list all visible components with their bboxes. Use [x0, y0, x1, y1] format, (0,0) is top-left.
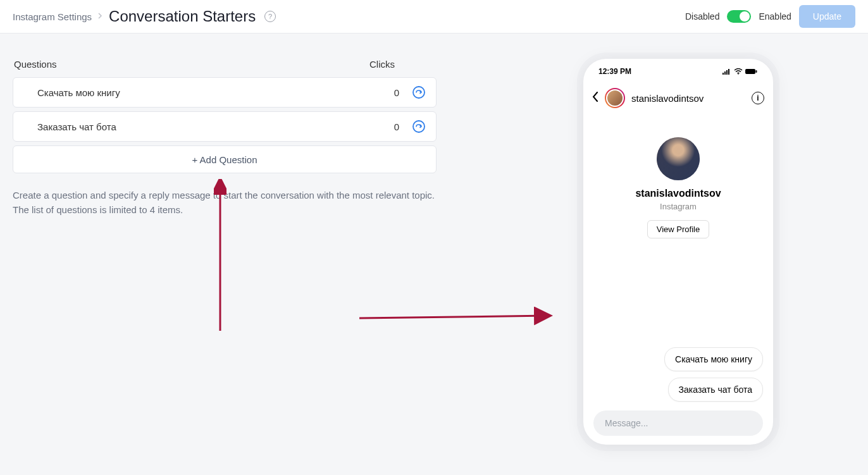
status-icons	[722, 68, 758, 75]
profile-username: stanislavodintsov	[635, 188, 721, 199]
avatar-story-ring[interactable]	[605, 88, 625, 108]
breadcrumb-link[interactable]: Instagram Settings	[13, 11, 92, 22]
question-row-right: 0	[390, 120, 426, 133]
starter-bubbles: Скачать мою книгу Заказать чат бота	[664, 347, 763, 402]
page-header: Instagram Settings Conversation Starters…	[0, 0, 868, 34]
reply-icon[interactable]	[412, 85, 426, 99]
questions-panel: Questions Clicks Скачать мою книгу 0 Зак…	[13, 59, 437, 217]
svg-rect-10	[756, 70, 757, 73]
toggle-label-enabled: Enabled	[759, 11, 791, 22]
phone-status-bar: 12:39 PM	[583, 59, 773, 84]
header-right: Disabled Enabled Update	[685, 5, 855, 28]
avatar-large	[657, 137, 700, 180]
svg-point-0	[413, 87, 425, 98]
svg-line-3	[359, 316, 549, 318]
question-text: Скачать мою книгу	[37, 87, 120, 98]
clicks-column-label: Clicks	[369, 59, 395, 70]
svg-rect-6	[726, 70, 728, 75]
question-row[interactable]: Скачать мою книгу 0	[13, 77, 437, 108]
svg-rect-4	[722, 73, 724, 75]
reply-icon[interactable]	[412, 120, 426, 133]
enable-toggle[interactable]	[727, 10, 751, 23]
back-icon[interactable]	[592, 92, 598, 105]
starter-bubble[interactable]: Скачать мою книгу	[664, 347, 763, 371]
svg-rect-9	[745, 69, 755, 74]
header-left: Instagram Settings Conversation Starters…	[13, 8, 276, 25]
chevron-right-icon	[98, 12, 102, 21]
chat-header-username[interactable]: stanislavodintsov	[631, 93, 745, 104]
phone-time: 12:39 PM	[598, 67, 631, 76]
clicks-value: 0	[390, 121, 399, 132]
content-area: Questions Clicks Скачать мою книгу 0 Зак…	[0, 34, 868, 242]
info-icon[interactable]: i	[752, 92, 764, 104]
add-question-button[interactable]: + Add Question	[13, 145, 437, 173]
questions-column-label: Questions	[14, 59, 57, 70]
starter-bubble[interactable]: Заказать чат бота	[668, 378, 763, 402]
phone-preview: 12:39 PM stanislavodintsov i stanislavod…	[583, 59, 773, 445]
wifi-icon	[734, 68, 743, 75]
table-header: Questions Clicks	[13, 59, 437, 77]
message-input[interactable]	[593, 410, 763, 436]
battery-icon	[745, 68, 758, 75]
view-profile-button[interactable]: View Profile	[647, 220, 709, 238]
help-icon[interactable]: ?	[264, 11, 276, 22]
profile-source: Instagram	[660, 202, 697, 211]
page-title: Conversation Starters	[109, 8, 256, 25]
update-button[interactable]: Update	[799, 5, 855, 28]
toggle-label-disabled: Disabled	[685, 11, 719, 22]
toggle-knob	[740, 11, 750, 22]
message-input-wrap	[593, 410, 763, 436]
clicks-value: 0	[390, 87, 399, 98]
question-row[interactable]: Заказать чат бота 0	[13, 111, 437, 142]
phone-chat-header: stanislavodintsov i	[583, 84, 773, 112]
annotation-arrow-horizontal	[359, 307, 555, 326]
help-line-2: The list of questions is limited to 4 it…	[13, 203, 437, 218]
svg-point-1	[413, 121, 425, 132]
question-row-right: 0	[390, 85, 426, 99]
help-line-1: Create a question and specify a reply me…	[13, 188, 437, 203]
signal-icon	[722, 68, 731, 75]
svg-rect-7	[728, 69, 729, 75]
phone-body: stanislavodintsov Instagram View Profile…	[583, 112, 773, 445]
help-text: Create a question and specify a reply me…	[13, 188, 437, 217]
question-text: Заказать чат бота	[37, 121, 116, 132]
svg-point-8	[738, 73, 739, 75]
svg-rect-5	[724, 71, 726, 75]
avatar-small	[607, 90, 623, 106]
